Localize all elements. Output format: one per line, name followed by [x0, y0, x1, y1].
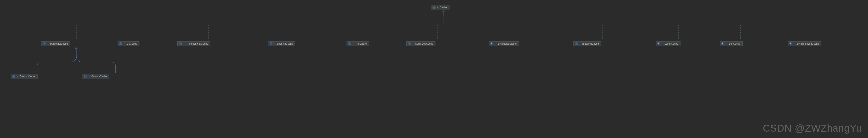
node-label: FifoCache: [355, 43, 367, 45]
node-weak-cache[interactable]: C ▸ WeakCache: [656, 41, 681, 46]
marker-icon: ▸: [16, 75, 18, 78]
node-fifo-cache[interactable]: C ▸ FifoCache: [346, 41, 369, 46]
node-logging-cache[interactable]: C ▸ LoggingCache: [268, 41, 295, 46]
marker-icon: ▸: [494, 43, 496, 45]
node-transactional-cache[interactable]: C ▸ TransactionalCache: [177, 41, 210, 46]
node-label: SerializedCache: [415, 43, 433, 45]
node-cache-interface[interactable]: I ▸ Cache: [431, 5, 450, 10]
watermark-text: CSDN @ZWZhangYu: [763, 122, 862, 134]
node-custom-cache-1[interactable]: C ▸ CustomCache: [11, 74, 37, 79]
node-synchronized-cache[interactable]: C ▸ SynchronizedCache: [788, 41, 821, 46]
class-icon: C: [721, 43, 724, 45]
node-perpetual-cache[interactable]: C ▸ PerpetualCache: [41, 41, 70, 46]
class-icon: C: [575, 43, 578, 45]
node-label: LruCache: [126, 43, 137, 45]
marker-icon: ▸: [183, 43, 185, 45]
class-icon: C: [179, 43, 182, 45]
class-icon: C: [657, 43, 660, 45]
marker-icon: ▸: [88, 75, 90, 78]
node-scheduled-cache[interactable]: C ▸ ScheduledCache: [489, 41, 519, 46]
node-label: SoftCache: [729, 43, 740, 45]
class-icon: C: [12, 75, 15, 78]
class-icon: C: [43, 43, 45, 45]
marker-icon: ▸: [352, 43, 354, 45]
interface-icon: I: [433, 6, 435, 9]
node-label: ScheduledCache: [498, 43, 517, 45]
node-label: TransactionalCache: [186, 43, 208, 45]
node-serialized-cache[interactable]: C ▸ SerializedCache: [406, 41, 435, 46]
node-label: PerpetualCache: [50, 43, 68, 45]
connector-lines: [0, 0, 868, 138]
node-lru-cache[interactable]: C ▸ LruCache: [118, 41, 140, 46]
node-label: CustomCache: [91, 75, 107, 78]
node-label: SynchronizedCache: [797, 43, 819, 45]
node-label: WeakCache: [665, 43, 678, 45]
node-custom-cache-2[interactable]: C ▸ CustomCache: [83, 74, 109, 79]
node-label: CustomCache: [20, 75, 35, 78]
marker-icon: ▸: [725, 43, 727, 45]
node-label: BlockingCache: [582, 43, 599, 45]
class-icon: C: [789, 43, 792, 45]
class-icon: C: [490, 43, 493, 45]
marker-icon: ▸: [123, 43, 125, 45]
node-label: Cache: [440, 6, 447, 9]
node-label: LoggingCache: [277, 43, 293, 45]
class-icon: C: [119, 43, 122, 45]
class-icon: C: [84, 75, 87, 78]
marker-icon: ▸: [579, 43, 581, 45]
node-soft-cache[interactable]: C ▸ SoftCache: [720, 41, 743, 46]
marker-icon: ▸: [794, 43, 796, 45]
node-blocking-cache[interactable]: C ▸ BlockingCache: [574, 41, 601, 46]
marker-icon: ▸: [274, 43, 276, 45]
marker-icon: ▸: [437, 6, 439, 8]
marker-icon: ▸: [412, 43, 414, 45]
class-icon: C: [408, 43, 411, 45]
class-icon: C: [348, 43, 351, 45]
marker-icon: ▸: [661, 43, 663, 45]
class-icon: C: [270, 43, 273, 45]
marker-icon: ▸: [47, 43, 49, 45]
